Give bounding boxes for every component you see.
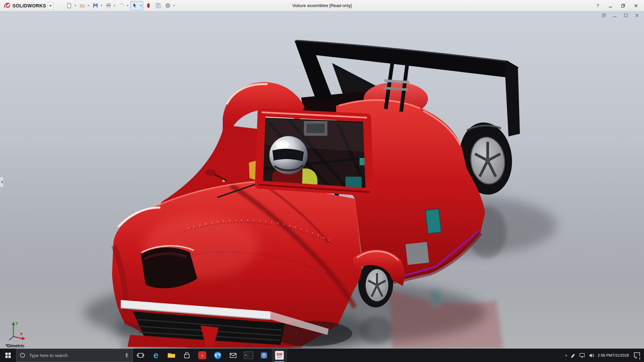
3d-scene[interactable]: [0, 11, 644, 349]
taskbar-app-media[interactable]: ♪: [195, 349, 210, 362]
restore-icon: [621, 3, 626, 8]
undo-caret[interactable]: ▾: [126, 4, 129, 7]
taskbar-app-browser[interactable]: [210, 349, 225, 362]
clock-date: 7/11/2018: [612, 353, 629, 358]
edge-icon: e: [153, 351, 158, 360]
triad-x-label: X: [20, 332, 23, 336]
quick-toolbar: ▾ ▾ ▾: [65, 1, 176, 10]
file-explorer-icon: [167, 351, 176, 360]
solidworks-app-icon: SW 2017: [275, 351, 284, 360]
viewport-maximize-icon[interactable]: [623, 13, 629, 18]
minimize-icon: [608, 3, 613, 8]
gear-icon: [165, 2, 171, 9]
help-button[interactable]: ?: [593, 2, 602, 10]
cube-3d-icon: [260, 351, 268, 359]
microphone-icon[interactable]: [124, 352, 130, 358]
speaker-icon: [588, 353, 595, 358]
brand-text: SOLIDWORKS: [12, 3, 46, 8]
open-folder-icon: [79, 2, 86, 9]
chevron-up-icon: ^: [565, 354, 567, 358]
menu-flyout-button[interactable]: ▶: [48, 2, 53, 9]
taskbar-clock[interactable]: 2:58 PM 7/11/2018: [598, 353, 629, 358]
open-button[interactable]: [78, 1, 87, 10]
tray-network-button[interactable]: [579, 353, 585, 358]
side-panel-gray: [406, 242, 429, 265]
solidworks-window: SOLIDWORKS ▶ ▾ ▾: [0, 0, 644, 362]
windows-logo-icon: [5, 352, 11, 359]
report-pages-icon: [155, 2, 161, 9]
taskbar-search[interactable]: [16, 349, 133, 362]
taskbar-app-file-explorer[interactable]: [164, 349, 179, 362]
undo-icon: [118, 2, 125, 9]
new-document-caret[interactable]: ▾: [73, 4, 77, 7]
new-document-icon: [66, 2, 72, 9]
collapse-arrow-icon: [1, 181, 3, 183]
report-button[interactable]: [154, 1, 163, 10]
options-button[interactable]: [164, 1, 172, 10]
rebuild-button[interactable]: [144, 1, 153, 10]
taskbar-app-edge[interactable]: e: [148, 349, 164, 362]
notification-badge: 2: [637, 356, 643, 361]
solidworks-logo-icon: [3, 2, 11, 9]
triad-y-label: Y: [15, 321, 18, 325]
tray-pen-button[interactable]: [570, 353, 576, 358]
viewport-restore-icon[interactable]: [601, 13, 607, 18]
taskbar-app-console[interactable]: >_: [241, 349, 256, 362]
flyout-arrow-icon: ▶: [50, 4, 52, 7]
action-center-button[interactable]: 2: [632, 350, 642, 360]
select-tool-caret[interactable]: ▾: [140, 4, 143, 7]
taskbar-app-mail[interactable]: [225, 349, 241, 362]
red-app-icon: ♪: [198, 351, 206, 359]
view-orientation-label: *Dimetric: [5, 343, 24, 348]
close-icon: [634, 3, 638, 8]
open-caret[interactable]: ▾: [87, 4, 90, 7]
print-caret[interactable]: ▾: [113, 4, 116, 7]
network-icon: [579, 353, 585, 358]
print-icon: [105, 2, 112, 9]
search-input[interactable]: [29, 353, 121, 358]
console-icon: >_: [244, 352, 253, 359]
cortana-icon: [19, 352, 26, 359]
task-view-icon: [137, 351, 145, 359]
undo-button[interactable]: [117, 1, 126, 10]
rebuild-icon: [145, 2, 152, 9]
document-window-controls: [601, 13, 640, 18]
window-controls: ?: [593, 2, 644, 10]
options-caret[interactable]: ▾: [172, 4, 176, 7]
panel-collapse-tab[interactable]: [0, 177, 4, 187]
save-caret[interactable]: ▾: [100, 4, 103, 7]
minimize-button[interactable]: [606, 2, 615, 10]
store-bag-icon: [183, 351, 191, 359]
solidworks-logo[interactable]: SOLIDWORKS: [0, 2, 48, 9]
tray-volume-button[interactable]: [588, 353, 595, 358]
tray-expand-button[interactable]: ^: [565, 353, 567, 358]
restore-button[interactable]: [619, 2, 628, 10]
system-tray: ^ 2:58 PM 7/11/2018: [565, 349, 644, 362]
side-mirror: [205, 169, 216, 176]
select-cursor-icon: [132, 2, 138, 9]
taskbar: e ♪: [0, 349, 644, 362]
viewport[interactable]: Y X *Dimetric: [0, 11, 644, 349]
close-button[interactable]: [631, 2, 641, 10]
side-window-teal: [425, 209, 441, 234]
viewport-minimize-icon[interactable]: [612, 13, 618, 18]
mail-icon: [229, 351, 237, 359]
taskbar-app-task-view[interactable]: [133, 349, 148, 362]
taskbar-app-solidworks[interactable]: SW 2017: [272, 349, 287, 362]
save-icon: [92, 2, 99, 9]
viewport-close-icon[interactable]: [634, 13, 640, 18]
orientation-triad: Y X: [3, 319, 27, 343]
titlebar: SOLIDWORKS ▶ ▾ ▾: [0, 0, 644, 11]
print-button[interactable]: [104, 1, 113, 10]
clock-time: 2:58 PM: [598, 353, 612, 358]
browser-globe-icon: [213, 351, 222, 360]
taskbar-app-3d-viewer[interactable]: [256, 349, 272, 362]
save-button[interactable]: [91, 1, 100, 10]
pen-icon: [570, 353, 576, 358]
new-document-button[interactable]: [65, 1, 73, 10]
taskbar-app-store[interactable]: [179, 349, 195, 362]
select-tool-button[interactable]: [131, 1, 140, 10]
help-icon: ?: [596, 3, 599, 8]
start-button[interactable]: [0, 349, 16, 362]
